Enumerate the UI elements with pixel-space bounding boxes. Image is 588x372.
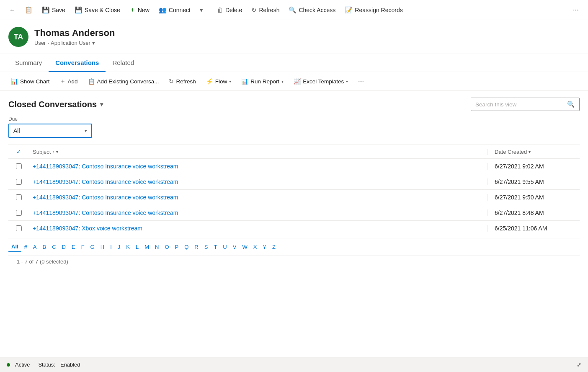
alpha-r[interactable]: R: [191, 242, 201, 252]
show-chart-button[interactable]: 📊 Show Chart: [7, 76, 54, 87]
alpha-z[interactable]: Z: [269, 242, 279, 252]
alpha-f[interactable]: F: [78, 242, 88, 252]
check-access-button[interactable]: 🔍 Check Access: [284, 4, 340, 16]
alpha-k[interactable]: K: [123, 242, 133, 252]
delete-icon: 🗑: [217, 6, 223, 13]
subject-sort-asc-icon[interactable]: ↑: [52, 150, 54, 154]
col-date-header[interactable]: Date Created ▾: [487, 149, 580, 155]
row-checkbox[interactable]: [8, 163, 29, 169]
tab-related[interactable]: Related: [106, 54, 141, 72]
alpha-j[interactable]: J: [115, 242, 124, 252]
alpha-l[interactable]: L: [133, 242, 142, 252]
alpha-t[interactable]: T: [211, 242, 220, 252]
alpha-u[interactable]: U: [220, 242, 230, 252]
sub-refresh-button[interactable]: ↻ Refresh: [165, 76, 200, 87]
connect-button[interactable]: 👥 Connect: [155, 4, 195, 16]
row-checkbox-input[interactable]: [16, 163, 22, 169]
alpha-v[interactable]: V: [230, 242, 240, 252]
alpha-o[interactable]: O: [162, 242, 172, 252]
row-date: 6/27/2021 9:50 AM: [487, 194, 580, 201]
role-chevron-icon[interactable]: ▾: [92, 40, 95, 46]
row-date: 6/27/2021 8:48 AM: [487, 209, 580, 216]
subject-link[interactable]: +1441189093047: Contoso Insurance voice …: [33, 209, 178, 216]
alpha-q[interactable]: Q: [181, 242, 191, 252]
flow-button[interactable]: ⚡ Flow ▾: [202, 76, 236, 87]
expand-icon[interactable]: ⤢: [577, 362, 581, 368]
back-button[interactable]: ←: [5, 4, 20, 16]
add-button[interactable]: ＋ Add: [56, 75, 82, 87]
alpha-all[interactable]: All: [8, 242, 21, 252]
refresh-button[interactable]: ↻ Refresh: [247, 4, 284, 16]
subject-link[interactable]: +1441189093047: Contoso Insurance voice …: [33, 178, 178, 185]
save-icon: 💾: [42, 6, 50, 14]
search-button[interactable]: 🔍: [563, 98, 579, 111]
sub-more-button[interactable]: ⋯: [354, 76, 368, 87]
row-checkbox[interactable]: [8, 210, 29, 216]
alpha-g[interactable]: G: [88, 242, 98, 252]
alpha-b[interactable]: B: [40, 242, 49, 252]
view-title-chevron-icon[interactable]: ▾: [100, 101, 103, 108]
reassign-button[interactable]: 📝 Reassign Records: [340, 4, 407, 16]
sub-toolbar: 📊 Show Chart ＋ Add 📋 Add Existing Conver…: [0, 72, 588, 91]
alpha-s[interactable]: S: [201, 242, 211, 252]
row-checkbox-input[interactable]: [16, 225, 22, 231]
alpha-e[interactable]: E: [69, 242, 78, 252]
new-button[interactable]: ＋ New: [125, 4, 154, 16]
view-title-text: Closed Conversations: [8, 100, 97, 109]
col-check-header[interactable]: ✓: [8, 148, 29, 155]
alpha-d[interactable]: D: [59, 242, 69, 252]
subject-link[interactable]: +1441189093047: Contoso Insurance voice …: [33, 163, 178, 170]
alpha-n[interactable]: N: [152, 242, 162, 252]
subject-link[interactable]: +1441189093047: Xbox voice workstream: [33, 225, 142, 232]
alpha-y[interactable]: Y: [260, 242, 269, 252]
tab-conversations[interactable]: Conversations: [49, 54, 106, 72]
alpha-p[interactable]: P: [172, 242, 182, 252]
top-toolbar: ← 📋 💾 Save 💾 Save & Close ＋ New 👥 Connec…: [0, 0, 588, 20]
delete-button[interactable]: 🗑 Delete: [213, 4, 246, 16]
bottom-bar: Active Status: Enabled ⤢: [0, 357, 588, 372]
add-existing-button[interactable]: 📋 Add Existing Conversa...: [84, 76, 163, 87]
alpha-#[interactable]: #: [21, 242, 30, 252]
excel-templates-button[interactable]: 📈 Excel Templates ▾: [289, 76, 352, 87]
alpha-w[interactable]: W: [239, 242, 250, 252]
run-report-chevron-icon: ▾: [281, 79, 284, 84]
search-input[interactable]: [471, 99, 563, 110]
subject-sort-desc-icon[interactable]: ▾: [56, 150, 58, 154]
avatar: TA: [8, 27, 28, 47]
row-checkbox[interactable]: [8, 194, 29, 200]
alpha-c[interactable]: C: [49, 242, 59, 252]
row-checkbox-input[interactable]: [16, 210, 22, 216]
reassign-icon: 📝: [345, 6, 353, 14]
alpha-a[interactable]: A: [30, 242, 40, 252]
alpha-m[interactable]: M: [142, 242, 152, 252]
alpha-i[interactable]: I: [107, 242, 115, 252]
row-date: 6/27/2021 9:55 AM: [487, 178, 580, 185]
flow-chevron-icon: ▾: [229, 79, 231, 84]
view-header: Closed Conversations ▾ 🔍: [8, 98, 580, 111]
chevron-down-icon: ▾: [200, 6, 203, 14]
save-button[interactable]: 💾 Save: [38, 4, 70, 16]
row-checkbox[interactable]: [8, 179, 29, 185]
expand-button[interactable]: ▾: [196, 4, 207, 16]
select-all-checkbox[interactable]: ✓: [16, 148, 21, 155]
save-close-button[interactable]: 💾 Save & Close: [70, 4, 124, 16]
status-value: Enabled: [60, 362, 80, 368]
filter-row: Due All ▾: [8, 116, 580, 138]
due-filter-select[interactable]: All ▾: [8, 124, 92, 138]
col-subject-header[interactable]: Subject ↑ ▾: [29, 149, 487, 155]
row-subject: +1441189093047: Contoso Insurance voice …: [29, 209, 487, 216]
alpha-x[interactable]: X: [250, 242, 260, 252]
run-report-button[interactable]: 📊 Run Report ▾: [237, 76, 288, 87]
form-icon-button[interactable]: 📋: [21, 4, 37, 16]
subject-link[interactable]: +1441189093047: Contoso Insurance voice …: [33, 194, 178, 201]
tab-summary[interactable]: Summary: [8, 54, 49, 72]
alpha-h[interactable]: H: [98, 242, 107, 252]
row-checkbox[interactable]: [8, 225, 29, 231]
row-checkbox-input[interactable]: [16, 194, 22, 200]
excel-chevron-icon: ▾: [346, 79, 348, 84]
more-actions-button[interactable]: ⋯: [569, 5, 583, 16]
connect-icon: 👥: [159, 6, 167, 14]
add-icon: ＋: [60, 78, 66, 85]
date-sort-icon[interactable]: ▾: [529, 150, 531, 154]
row-checkbox-input[interactable]: [16, 179, 22, 185]
